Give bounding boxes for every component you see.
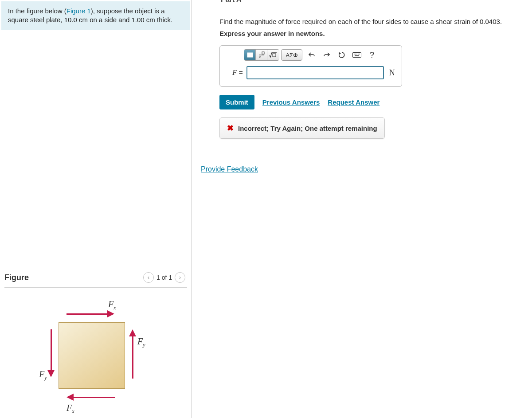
format-tabs: x bbox=[244, 49, 279, 61]
figure-link[interactable]: Figure 1 bbox=[66, 7, 91, 15]
fraction-tool-icon[interactable]: x bbox=[256, 50, 267, 60]
keyboard-icon[interactable] bbox=[351, 49, 363, 61]
fy-right-label: Fy bbox=[137, 336, 145, 348]
chevron-left-icon: ‹ bbox=[148, 274, 149, 281]
answer-input[interactable] bbox=[246, 66, 384, 79]
redo-icon[interactable] bbox=[321, 49, 332, 61]
fy-left-arrow bbox=[49, 329, 53, 378]
figure-nav: ‹ 1 of 1 › bbox=[143, 272, 185, 283]
unit-label: N bbox=[389, 68, 395, 78]
reset-icon[interactable] bbox=[336, 49, 348, 61]
svg-rect-0 bbox=[247, 53, 253, 57]
fx-top-arrow bbox=[66, 312, 115, 316]
previous-answers-link[interactable]: Previous Answers bbox=[262, 98, 320, 106]
greek-letters-button[interactable]: ΑΣΦ bbox=[281, 49, 302, 61]
undo-icon[interactable] bbox=[306, 49, 317, 61]
help-icon[interactable]: ? bbox=[366, 49, 378, 61]
equals-sign: = bbox=[239, 69, 243, 77]
fx-bottom-label: Fx bbox=[66, 403, 74, 415]
variable-label: F bbox=[232, 68, 237, 77]
fy-right-arrow bbox=[130, 329, 135, 378]
answer-box: x ΑΣΦ ? bbox=[219, 45, 402, 87]
figure-page-indicator: 1 of 1 bbox=[156, 274, 172, 281]
figure-title: Figure bbox=[4, 273, 29, 282]
chevron-right-icon: › bbox=[179, 274, 181, 281]
problem-statement: In the figure below (Figure 1), suppose … bbox=[1, 1, 190, 30]
svg-point-10 bbox=[359, 54, 360, 55]
svg-rect-5 bbox=[353, 53, 361, 58]
question-text: Find the magnitude of force required on … bbox=[219, 18, 523, 25]
figure-canvas: Fx Fx Fy Fy bbox=[4, 294, 187, 418]
steel-plate-square bbox=[59, 322, 125, 389]
figure-panel: Figure ‹ 1 of 1 › Fx bbox=[0, 269, 192, 418]
fy-left-label: Fy bbox=[39, 369, 47, 381]
answer-toolbar: x ΑΣΦ ? bbox=[220, 46, 402, 63]
svg-point-7 bbox=[355, 54, 356, 55]
svg-text:x: x bbox=[259, 55, 261, 59]
feedback-message-box: ✖ Incorrect; Try Again; One attempt rema… bbox=[219, 117, 385, 139]
svg-point-9 bbox=[358, 54, 359, 55]
fx-top-label: Fx bbox=[108, 299, 116, 311]
incorrect-x-icon: ✖ bbox=[227, 123, 234, 133]
provide-feedback-link[interactable]: Provide Feedback bbox=[201, 165, 258, 173]
submit-button[interactable]: Submit bbox=[219, 95, 254, 109]
problem-text-before: In the figure below ( bbox=[8, 7, 66, 15]
sqrt-tool-icon[interactable] bbox=[267, 50, 279, 60]
rectangle-tool-icon[interactable] bbox=[244, 50, 256, 60]
svg-rect-11 bbox=[355, 55, 359, 56]
svg-point-6 bbox=[354, 54, 355, 55]
prev-figure-button[interactable]: ‹ bbox=[143, 272, 154, 283]
fx-bottom-arrow bbox=[66, 395, 115, 399]
svg-point-8 bbox=[356, 54, 357, 55]
request-answer-link[interactable]: Request Answer bbox=[328, 98, 379, 106]
part-label: Part A bbox=[221, 0, 242, 4]
svg-rect-4 bbox=[273, 54, 276, 57]
feedback-message: Incorrect; Try Again; One attempt remain… bbox=[238, 125, 377, 132]
next-figure-button[interactable]: › bbox=[175, 272, 185, 283]
express-instruction: Express your answer in newtons. bbox=[219, 30, 523, 37]
svg-rect-1 bbox=[262, 52, 264, 54]
